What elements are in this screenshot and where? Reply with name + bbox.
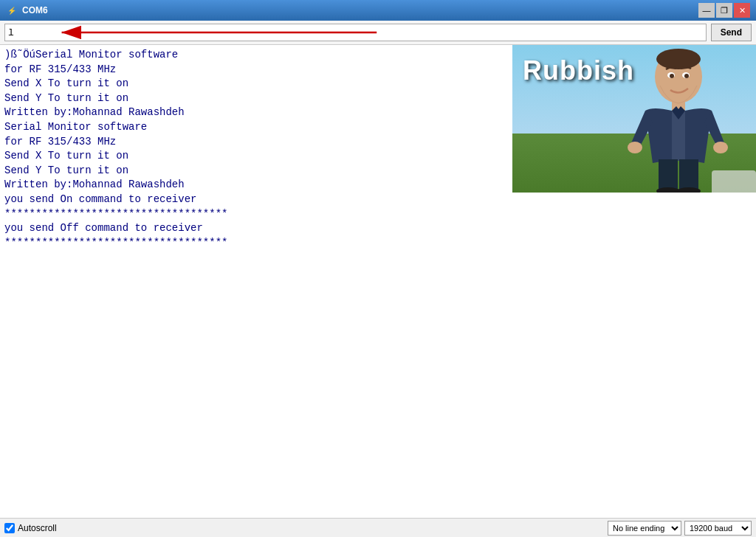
autoscroll-label: Autoscroll [18,523,57,533]
status-bar: Autoscroll No line ending Newline Carria… [0,518,756,537]
baud-rate-select[interactable]: 300 baud 1200 baud 2400 baud 4800 baud 9… [684,521,752,536]
restore-button[interactable]: ❐ [716,3,732,18]
window-controls: — ❐ ✕ [698,3,750,18]
title-bar: ⚡ COM6 — ❐ ✕ [0,0,756,21]
car-hint [712,170,756,193]
serial-input[interactable] [4,24,707,41]
toolbar: Send [0,21,756,45]
autoscroll-container: Autoscroll [4,523,57,533]
line-ending-select[interactable]: No line ending Newline Carriage return B… [608,521,681,536]
close-button[interactable]: ✕ [734,3,750,18]
svg-rect-8 [659,159,678,192]
send-button[interactable]: Send [711,24,752,41]
svg-point-15 [684,74,689,78]
window-title: COM6 [22,5,48,15]
meme-container: Rubbish [512,45,756,193]
svg-point-14 [670,74,674,78]
svg-point-6 [628,142,642,153]
app-icon: ⚡ [6,4,18,16]
main-area: )ß˜ÖúSerial Monitor software for RF 315/… [0,45,756,518]
svg-rect-9 [679,159,698,192]
meme-text: Rubbish [523,55,634,86]
autoscroll-checkbox[interactable] [4,523,15,533]
meme-image: Rubbish [512,45,756,193]
minimize-button[interactable]: — [698,3,715,18]
svg-point-7 [713,142,728,153]
svg-point-3 [656,49,701,69]
